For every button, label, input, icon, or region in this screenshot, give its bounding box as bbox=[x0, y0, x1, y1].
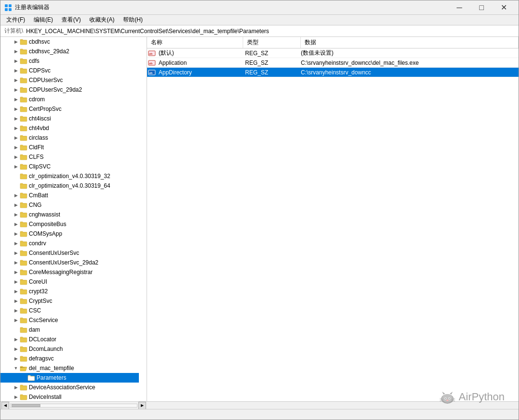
reg-type: REG_SZ bbox=[243, 50, 299, 57]
col-header-type[interactable]: 类型 bbox=[243, 37, 301, 48]
col-header-name[interactable]: 名称 bbox=[147, 37, 243, 48]
tree-arrow-COMSysApp: ▶ bbox=[12, 230, 20, 238]
menu-item-H[interactable]: 帮助(H) bbox=[119, 15, 147, 25]
reg-type: REG_SZ bbox=[243, 60, 299, 66]
svg-marker-17 bbox=[442, 392, 445, 395]
tree-item-label: CmBatt bbox=[29, 192, 48, 199]
folder-icon bbox=[27, 374, 35, 381]
tree-item-CmBatt[interactable]: ▶ CmBatt bbox=[0, 191, 139, 200]
tree-item-cnghwassist[interactable]: ▶ cnghwassist bbox=[0, 210, 139, 219]
tree-item-label: defragsvc bbox=[29, 355, 54, 362]
scroll-right-btn[interactable]: ▶ bbox=[138, 402, 146, 409]
tree-item-ConsentUxUserSvc[interactable]: ▶ ConsentUxUserSvc bbox=[0, 248, 139, 258]
tree-item-circlass[interactable]: ▶ circlass bbox=[0, 133, 139, 143]
h-scroll-track[interactable] bbox=[10, 404, 137, 408]
folder-icon bbox=[20, 144, 27, 151]
tree-item-label: CSC bbox=[29, 307, 41, 314]
reg-value-icon: ab bbox=[147, 69, 157, 76]
reg-row-default[interactable]: ab (默认) REG_SZ (数值未设置) bbox=[147, 48, 519, 58]
tree-arrow-DeviceAssociationService: ▶ bbox=[12, 384, 20, 391]
menu-item-E[interactable]: 编辑(E) bbox=[30, 15, 57, 25]
tree-item-label: DeviceInstall bbox=[29, 394, 62, 400]
folder-icon bbox=[20, 115, 27, 122]
reg-row-appdirectory[interactable]: ab AppDirectory REG_SZ C:\srvanyheinstsr… bbox=[147, 68, 519, 77]
registry-editor-window: 注册表编辑器 ─ □ ✕ 文件(F)编辑(E)查看(V)收藏夹(A)帮助(H) … bbox=[0, 0, 519, 420]
tree-item-cht4vbd[interactable]: ▶ cht4vbd bbox=[0, 123, 139, 133]
left-pane[interactable]: ▶ cbdhsvc▶ cbdhsvc_29da2▶ cdfs▶ CDPSvc▶ … bbox=[0, 37, 147, 401]
tree-item-CoreUI[interactable]: ▶ CoreUI bbox=[0, 277, 139, 287]
tree-item-clr_opt_64[interactable]: clr_optimization_v4.0.30319_64 bbox=[0, 181, 139, 191]
folder-icon bbox=[20, 298, 27, 304]
tree-item-CDPUserSvc[interactable]: ▶ CDPUserSvc bbox=[0, 75, 139, 85]
tree-item-cdfs[interactable]: ▶ cdfs bbox=[0, 56, 139, 66]
reg-row-application[interactable]: ab Application REG_SZ C:\srvanyheinstsrv… bbox=[147, 58, 519, 68]
tree-item-label: CLFS bbox=[29, 154, 44, 160]
tree-item-ClipSVC[interactable]: ▶ ClipSVC bbox=[0, 162, 139, 171]
tree-item-DcomLaunch[interactable]: ▶ DcomLaunch bbox=[0, 344, 139, 354]
tree-item-CLFS[interactable]: ▶ CLFS bbox=[0, 152, 139, 162]
tree-item-label: CNG bbox=[29, 202, 42, 208]
tree-item-label: cnghwassist bbox=[29, 211, 60, 218]
tree-item-CNG[interactable]: ▶ CNG bbox=[0, 200, 139, 210]
folder-icon bbox=[20, 211, 27, 218]
tree-item-defragsvc[interactable]: ▶ defragsvc bbox=[0, 354, 139, 363]
svg-rect-0 bbox=[5, 4, 8, 7]
tree-arrow-DeviceInstall: ▶ bbox=[12, 393, 20, 401]
tree-item-dam[interactable]: dam bbox=[0, 325, 139, 335]
scroll-left-btn[interactable]: ◀ bbox=[1, 402, 9, 409]
close-button[interactable]: ✕ bbox=[493, 0, 515, 15]
tree-arrow-cht4iscsi: ▶ bbox=[12, 115, 20, 122]
tree-item-DCLocator[interactable]: ▶ DCLocator bbox=[0, 335, 139, 344]
folder-icon bbox=[20, 230, 27, 237]
tree-arrow-CldFlt: ▶ bbox=[12, 144, 20, 151]
tree-arrow-crypt32: ▶ bbox=[12, 288, 20, 295]
tree-item-label: cdrom bbox=[29, 96, 45, 103]
svg-text:ab: ab bbox=[149, 61, 153, 65]
tree-item-crypt32[interactable]: ▶ crypt32 bbox=[0, 287, 139, 296]
tree-item-cbdhsvc[interactable]: ▶ cbdhsvc bbox=[0, 37, 139, 47]
tree-item-CscService[interactable]: ▶ CscService bbox=[0, 315, 139, 325]
folder-icon bbox=[20, 192, 27, 199]
folder-icon bbox=[20, 173, 27, 180]
tree-item-CDPUserSvc_29da2[interactable]: ▶ CDPUserSvc_29da2 bbox=[0, 85, 139, 95]
menu-item-V[interactable]: 查看(V) bbox=[58, 15, 85, 25]
tree-item-condrv[interactable]: ▶ condrv bbox=[0, 239, 139, 248]
tree-item-CertPropSvc[interactable]: ▶ CertPropSvc bbox=[0, 104, 139, 114]
col-header-data[interactable]: 数据 bbox=[301, 37, 519, 48]
tree-item-ConsentUxUserSvc_29da2[interactable]: ▶ ConsentUxUserSvc_29da2 bbox=[0, 258, 139, 267]
folder-icon bbox=[20, 278, 27, 285]
tree-item-label: ClipSVC bbox=[29, 163, 50, 170]
tree-item-CDPSvc[interactable]: ▶ CDPSvc bbox=[0, 66, 139, 75]
tree-item-label: Parameters bbox=[37, 374, 66, 381]
tree-item-CompositeBus[interactable]: ▶ CompositeBus bbox=[0, 219, 139, 229]
tree-arrow-defragsvc: ▶ bbox=[12, 355, 20, 362]
tree-item-CryptSvc[interactable]: ▶ CryptSvc bbox=[0, 296, 139, 306]
tree-item-Parameters[interactable]: Parameters bbox=[0, 373, 139, 383]
tree-item-cdrom[interactable]: ▶ cdrom bbox=[0, 95, 139, 104]
tree-item-COMSysApp[interactable]: ▶ COMSysApp bbox=[0, 229, 139, 239]
menu-item-A[interactable]: 收藏夹(A) bbox=[86, 15, 118, 25]
tree-item-cht4iscsi[interactable]: ▶ cht4iscsi bbox=[0, 114, 139, 123]
svg-point-14 bbox=[445, 398, 446, 399]
tree-item-CSC[interactable]: ▶ CSC bbox=[0, 306, 139, 315]
tree-item-cbdhsvc_29da2[interactable]: ▶ cbdhsvc_29da2 bbox=[0, 47, 139, 56]
tree-item-DeviceAssociationService[interactable]: ▶ DeviceAssociationService bbox=[0, 383, 139, 392]
maximize-button[interactable]: □ bbox=[470, 0, 493, 15]
tree-item-DeviceInstall[interactable]: ▶ DeviceInstall bbox=[0, 392, 139, 401]
title-controls: ─ □ ✕ bbox=[448, 0, 515, 15]
tree-item-label: CertPropSvc bbox=[29, 106, 62, 112]
tree-arrow-DcomLaunch: ▶ bbox=[12, 345, 20, 353]
tree-item-del_mac_tempfile[interactable]: ▼ del_mac_tempfile bbox=[0, 363, 139, 373]
folder-icon bbox=[20, 106, 27, 112]
tree-item-CoreMessagingRegistrar[interactable]: ▶ CoreMessagingRegistrar bbox=[0, 267, 139, 277]
tree-item-CldFlt[interactable]: ▶ CldFlt bbox=[0, 143, 139, 152]
folder-icon bbox=[20, 38, 27, 45]
folder-icon bbox=[20, 346, 27, 352]
tree-item-label: cht4vbd bbox=[29, 125, 49, 132]
tree-item-clr_opt_32[interactable]: clr_optimization_v4.0.30319_32 bbox=[0, 171, 139, 181]
title-bar: 注册表编辑器 ─ □ ✕ bbox=[0, 0, 519, 15]
menu-item-F[interactable]: 文件(F) bbox=[2, 15, 29, 25]
minimize-button[interactable]: ─ bbox=[448, 0, 470, 15]
tree-arrow-CryptSvc: ▶ bbox=[12, 297, 20, 305]
tree-item-label: condrv bbox=[29, 240, 46, 247]
